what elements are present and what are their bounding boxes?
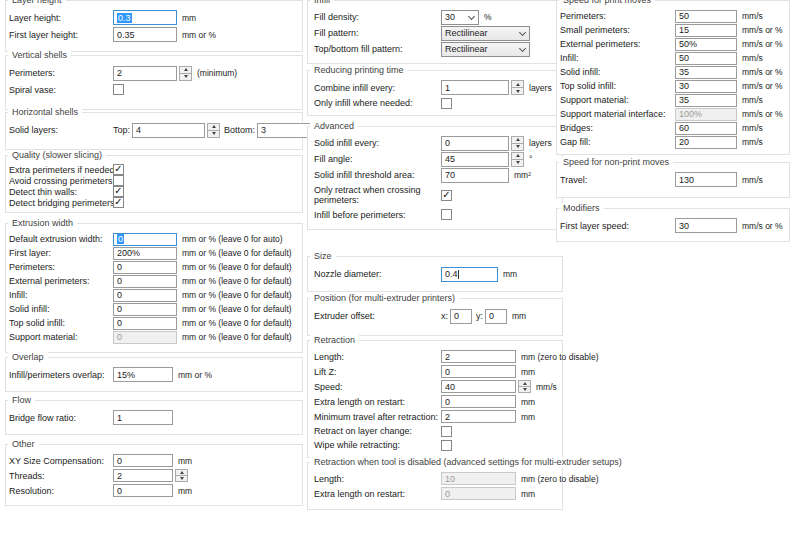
overlap-infill-perimeters-overlap-input[interactable]: 15% xyxy=(113,367,173,382)
layer-height-first-layer-height-input[interactable]: 0.35 xyxy=(113,27,177,42)
extrusion-width-solid-infill-input[interactable]: 0 xyxy=(113,303,177,316)
advanced-solid-infill-every-control-area: 0layers xyxy=(441,136,562,151)
retraction-speed-unit: mm/s xyxy=(536,382,557,392)
advanced-only-retract-when-crossing-perimeters-checkbox[interactable] xyxy=(441,190,452,201)
extrusion-width-first-layer-label: First layer: xyxy=(9,248,113,258)
retraction-minimum-travel-after-retraction-label: Minimum travel after retraction: xyxy=(314,412,441,422)
advanced-fill-angle-input[interactable]: 45 xyxy=(441,152,509,167)
reducing-printing-time-only-infill-where-needed-label: Only infill where needed: xyxy=(314,98,441,108)
extrusion-width-first-layer-control-area: 200%mm or % (leave 0 for default) xyxy=(113,247,302,260)
retraction-minimum-travel-after-retraction-input[interactable]: 2 xyxy=(441,410,516,423)
speed-for-print-moves-top-solid-infill-input[interactable]: 30 xyxy=(675,80,737,93)
advanced-fill-angle-spin-down-button[interactable] xyxy=(511,159,524,167)
retraction-wipe-while-retracting-checkbox[interactable] xyxy=(441,440,452,451)
horizontal-shells-solid-layers-top-input[interactable]: 4 xyxy=(132,123,205,138)
section-title-modifiers: Modifiers xyxy=(559,203,604,214)
section-layer-height: Layer heightLayer height:0.3mmFirst laye… xyxy=(5,0,303,52)
position-for-multi-extruder-printers-extruder-offset-y-input[interactable]: 0 xyxy=(485,309,507,324)
advanced-solid-infill-every-spinner xyxy=(511,136,524,151)
speed-for-print-moves-perimeters-input[interactable]: 50 xyxy=(675,10,737,23)
horizontal-shells-solid-layers-top-spin-down-button[interactable] xyxy=(207,130,220,138)
retraction-retract-on-layer-change-checkbox[interactable] xyxy=(441,426,452,437)
retraction-length-label: Length: xyxy=(314,352,441,362)
extrusion-width-top-solid-infill-input[interactable]: 0 xyxy=(113,317,177,330)
flow-bridge-flow-ratio-input[interactable]: 1 xyxy=(113,410,173,425)
vertical-shells-perimeters-unit: (minimum) xyxy=(197,68,237,78)
position-for-multi-extruder-printers-extruder-offset-label: Extruder offset: xyxy=(314,311,441,321)
advanced-infill-before-perimeters-control-area xyxy=(441,209,562,220)
position-for-multi-extruder-printers-extruder-offset-x-input[interactable]: 0 xyxy=(450,309,472,324)
other-threads-input[interactable]: 2 xyxy=(113,469,173,482)
extrusion-width-perimeters-unit: mm or % (leave 0 for default) xyxy=(182,262,292,272)
extrusion-width-first-layer-input[interactable]: 200% xyxy=(113,247,177,260)
infill-fill-density-unit: % xyxy=(484,12,492,22)
section-speed-for-print-moves: Speed for print movesPerimeters:50mm/sSm… xyxy=(556,0,790,155)
extrusion-width-perimeters-input[interactable]: 0 xyxy=(113,261,177,274)
infill-fill-density-dropdown[interactable]: 30 xyxy=(441,10,479,25)
speed-for-print-moves-external-perimeters-input[interactable]: 50% xyxy=(675,38,737,51)
infill-top-bottom-fill-pattern-control-area: Rectilinear xyxy=(441,42,562,57)
retraction-extra-length-on-restart-input[interactable]: 0 xyxy=(441,395,516,408)
retraction-minimum-travel-after-retraction-unit: mm xyxy=(521,412,535,422)
section-infill: InfillFill density:30%Fill pattern:Recti… xyxy=(307,0,563,64)
other-xy-size-compensation-input[interactable]: 0 xyxy=(113,454,173,467)
quality-slower-slicing-detect-thin-walls-label: Detect thin walls: xyxy=(9,187,113,197)
speed-for-print-moves-support-material-interface-input[interactable]: 100% xyxy=(675,108,737,121)
infill-top-bottom-fill-pattern-dropdown[interactable]: Rectilinear xyxy=(441,42,530,57)
advanced-solid-infill-threshold-area-input[interactable]: 70 xyxy=(441,168,509,183)
row-perimeters: Perimeters:50mm/s xyxy=(560,9,789,23)
layer-height-layer-height-value: 0.3 xyxy=(117,13,132,23)
speed-for-print-moves-solid-infill-input[interactable]: 35 xyxy=(675,66,737,79)
row-support-material-interface: Support material interface:100%mm/s or % xyxy=(560,107,789,121)
layer-height-layer-height-input[interactable]: 0.3 xyxy=(113,10,177,25)
speed-for-non-print-moves-travel-input[interactable]: 130 xyxy=(675,172,737,187)
speed-for-print-moves-infill-input[interactable]: 50 xyxy=(675,52,737,65)
position-for-multi-extruder-printers-extruder-offset-y-value: 0 xyxy=(489,311,494,321)
retraction-speed-spin-down-button[interactable] xyxy=(518,386,531,393)
speed-for-print-moves-gap-fill-input[interactable]: 20 xyxy=(675,136,737,149)
row-perimeters: Perimeters:0mm or % (leave 0 for default… xyxy=(9,260,302,274)
size-nozzle-diameter-input[interactable]: 0.4 xyxy=(441,267,498,282)
advanced-solid-infill-every-label: Solid infill every: xyxy=(314,138,441,148)
reducing-printing-time-combine-infill-every-spin-down-button[interactable] xyxy=(511,87,524,95)
quality-slower-slicing-detect-bridging-perimeters-label: Detect bridging perimeters: xyxy=(9,198,113,208)
reducing-printing-time-only-infill-where-needed-checkbox[interactable] xyxy=(441,98,452,109)
row-solid-infill: Solid infill:35mm/s or % xyxy=(560,65,789,79)
extrusion-width-external-perimeters-input[interactable]: 0 xyxy=(113,275,177,288)
retraction-when-tool-is-disabled-advanced-settings-for-multi-extruder-setups-extra-length-on-restart-input[interactable]: 0 xyxy=(441,487,516,500)
reducing-printing-time-combine-infill-every-input[interactable]: 1 xyxy=(441,80,509,95)
advanced-infill-before-perimeters-checkbox[interactable] xyxy=(441,209,452,220)
extrusion-width-infill-input[interactable]: 0 xyxy=(113,289,177,302)
extrusion-width-infill-label: Infill: xyxy=(9,290,113,300)
retraction-lift-z-input[interactable]: 0 xyxy=(441,365,516,378)
quality-slower-slicing-detect-bridging-perimeters-checkbox[interactable] xyxy=(113,197,124,208)
extrusion-width-default-extrusion-width-input[interactable]: 0 xyxy=(113,233,177,246)
speed-for-print-moves-small-perimeters-input[interactable]: 15 xyxy=(675,24,737,37)
speed-for-print-moves-perimeters-value: 50 xyxy=(679,11,689,21)
vertical-shells-perimeters-input[interactable]: 2 xyxy=(113,66,177,81)
arrow-down-icon xyxy=(516,145,520,148)
infill-fill-pattern-dropdown[interactable]: Rectilinear xyxy=(441,26,530,41)
row-only-infill-where-needed: Only infill where needed: xyxy=(314,96,562,110)
extrusion-width-external-perimeters-control-area: 0mm or % (leave 0 for default) xyxy=(113,275,302,288)
other-resolution-input[interactable]: 0 xyxy=(113,484,173,497)
vertical-shells-spiral-vase-checkbox[interactable] xyxy=(113,84,124,95)
vertical-shells-perimeters-spin-down-button[interactable] xyxy=(179,73,192,81)
modifiers-first-layer-speed-input[interactable]: 30 xyxy=(675,218,737,233)
arrow-up-icon xyxy=(184,68,188,71)
advanced-solid-infill-every-spin-down-button[interactable] xyxy=(511,143,524,151)
speed-for-print-moves-support-material-input[interactable]: 35 xyxy=(675,94,737,107)
speed-for-print-moves-gap-fill-control-area: 20mm/s xyxy=(675,136,789,149)
speed-for-print-moves-external-perimeters-unit: mm/s or % xyxy=(742,39,783,49)
extrusion-width-support-material-input[interactable]: 0 xyxy=(113,331,177,344)
speed-for-print-moves-bridges-input[interactable]: 60 xyxy=(675,122,737,135)
row-first-layer-height: First layer height:0.35mm or % xyxy=(9,26,302,43)
advanced-solid-infill-every-input[interactable]: 0 xyxy=(441,136,509,151)
retraction-length-input[interactable]: 2 xyxy=(441,350,516,363)
other-threads-spin-down-button[interactable] xyxy=(175,475,188,482)
retraction-speed-input[interactable]: 40 xyxy=(441,380,516,393)
retraction-when-tool-is-disabled-advanced-settings-for-multi-extruder-setups-length-input[interactable]: 10 xyxy=(441,472,516,485)
quality-slower-slicing-extra-perimeters-if-needed-checkbox[interactable] xyxy=(113,164,124,175)
speed-for-print-moves-support-material-unit: mm/s xyxy=(742,95,763,105)
extrusion-width-infill-unit: mm or % (leave 0 for default) xyxy=(182,290,292,300)
